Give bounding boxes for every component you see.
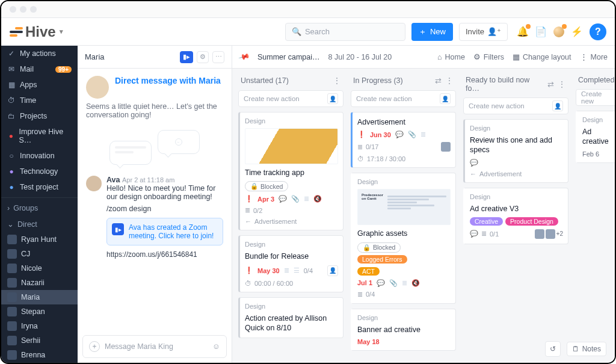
sidebar-item-innovation[interactable]: ○Innovation [1, 148, 78, 164]
pin-icon[interactable]: 📌 [238, 51, 250, 63]
card[interactable]: Design Banner ad creative May 18 [351, 309, 456, 351]
sidebar-item-projects[interactable]: 🗀Projects [1, 108, 78, 124]
create-action-input[interactable]: Create new action👤 [351, 90, 456, 107]
user-icon[interactable]: 👤 [327, 93, 338, 104]
sidebar-item-apps[interactable]: ▦Apps [1, 77, 78, 93]
bell-icon[interactable]: 🔔 [517, 26, 528, 37]
dm-item[interactable]: Ryan Hunt [1, 232, 78, 247]
back-arrow-icon: ← [470, 170, 476, 177]
column-menu[interactable]: ⋮ [445, 76, 454, 85]
zoom-meeting-card[interactable]: ▮▸ Ava has created a Zoom meeting. Click… [106, 218, 223, 245]
card-title: Bundle for Release [245, 251, 338, 261]
msg-command: /zoom design [106, 205, 223, 213]
groups-label: Groups [13, 204, 38, 212]
avatar-icon[interactable] [553, 26, 564, 37]
dm-item[interactable]: Serhii [1, 333, 78, 348]
swap-icon[interactable]: ⇄ [435, 76, 442, 85]
date-range[interactable]: 8 Jul 20 - 16 Jul 20 [328, 53, 392, 61]
card[interactable]: Design Bundle for Release ❗ May 30 ≣ ☰0/… [238, 235, 343, 292]
direct-label: Direct [17, 220, 37, 229]
checklist-icon: ☰ [294, 267, 300, 274]
new-button[interactable]: ＋ New [411, 23, 453, 41]
message-input[interactable]: + Message Maria King ☺ [82, 335, 227, 358]
notes-button[interactable]: 🗒Notes [567, 342, 606, 356]
alert-icon: ❗ [245, 195, 253, 203]
dm-item[interactable]: CJ [1, 247, 78, 261]
due-date: Jun 30 [370, 131, 391, 138]
subtask-count: 0/4 [366, 291, 375, 298]
project-name[interactable]: Summer campai… [257, 53, 320, 61]
dm-item[interactable]: Nicole [1, 261, 78, 276]
more-button[interactable]: ⋯ [212, 51, 224, 63]
zoom-url[interactable]: https://zoom.us/j/661546841 [106, 250, 223, 259]
help-button[interactable]: ? [590, 23, 606, 40]
avatar [7, 235, 17, 244]
dm-item[interactable]: Iryna [1, 319, 78, 333]
subtask-count: 0/17 [366, 143, 378, 150]
more-button[interactable]: ⋮More [580, 52, 608, 61]
checklist-icon: ≣ [357, 143, 363, 151]
history-button[interactable]: ↺ [545, 341, 561, 357]
card[interactable]: Advertisement ❗Jun 30💬📎≣ ≣0/17 ⏱17:18 / … [351, 112, 456, 168]
time-track: 17:18 / 30:00 [367, 155, 405, 162]
card[interactable]: Design Time tracking app 🔒 Blocked ❗ Apr… [238, 112, 343, 230]
create-action-input[interactable]: Create new action👤 [238, 90, 343, 107]
dm-item[interactable]: Stepan [1, 304, 78, 319]
dm-name: Nazarii [21, 279, 45, 287]
card[interactable]: Design Ad creative Feb 6 [576, 111, 615, 163]
dm-item[interactable]: Brenna [1, 348, 78, 362]
app-logo[interactable]: Hive ▾ [10, 23, 63, 40]
document-icon[interactable]: 📄 [535, 26, 546, 37]
checklist-icon: ≣ [357, 291, 363, 298]
chevron-down-icon: ⌄ [7, 220, 14, 229]
sidebar-item-test[interactable]: ●Test project [1, 179, 78, 195]
comment-icon: 💬 [470, 230, 478, 238]
user-icon[interactable]: 👤 [327, 265, 338, 276]
filters-button[interactable]: ⚙Filters [473, 52, 504, 61]
card[interactable]: Design Action created by Allison Quick o… [238, 297, 343, 339]
user-icon[interactable]: 👤 [552, 100, 563, 111]
invite-button[interactable]: Invite 👤⁺ [459, 23, 508, 41]
sidebar-groups[interactable]: ›Groups [1, 200, 78, 216]
home-button[interactable]: ⌂Home [437, 53, 465, 61]
dm-item[interactable]: Maria [1, 290, 78, 304]
column-menu[interactable]: ⋮ [333, 76, 341, 85]
column-title: In Progress (3) [353, 76, 403, 85]
avatar [535, 229, 544, 239]
card-label: Design [357, 314, 451, 321]
settings-button[interactable]: ⚙ [197, 51, 209, 63]
avatar [7, 264, 17, 273]
bolt-icon[interactable]: ⚡ [571, 26, 582, 37]
attach-button[interactable]: + [89, 341, 100, 352]
card[interactable]: Design Review this one and add specs 💬 ←… [463, 119, 568, 183]
time-track: 00:00 / 60:00 [254, 280, 293, 287]
msg-text: Hello! Nice to meet you! Time for our de… [106, 184, 223, 201]
avatar [7, 336, 17, 345]
sidebar-item-time[interactable]: ⏱Time [1, 93, 78, 108]
create-action-input[interactable]: Create new action👤 [463, 97, 568, 114]
column-title: Completed [578, 76, 614, 84]
new-button-label: New [430, 27, 446, 36]
window-dot [30, 6, 37, 13]
dm-item[interactable]: Nazarii [1, 276, 78, 290]
card-label: Design [470, 193, 563, 200]
user-icon[interactable]: 👤 [440, 93, 451, 104]
sidebar-direct[interactable]: ⌄Direct [1, 216, 78, 232]
filter-icon: ⚙ [473, 52, 481, 61]
card[interactable]: Design Predecessor on Gantt Graphic asse… [351, 173, 456, 303]
swap-icon[interactable]: ⇄ [547, 80, 554, 89]
video-call-button[interactable]: ▮▸ [180, 51, 193, 63]
layout-button[interactable]: ▦Change layout [513, 52, 571, 61]
sidebar-item-improve[interactable]: ●Improve Hive S… [1, 124, 78, 148]
sidebar-item-technology[interactable]: ●Technology [1, 164, 78, 179]
search-input[interactable]: 🔍 Search [285, 23, 405, 41]
column-menu[interactable]: ⋮ [558, 79, 566, 89]
create-action-input[interactable]: Create new [576, 89, 615, 106]
card[interactable]: Design Ad creative V3 Creative Product D… [463, 188, 568, 244]
sidebar-item-my-actions[interactable]: ✓My actions [1, 46, 78, 61]
new-message-button[interactable]: ✎New message [1, 362, 78, 363]
due-date: Jul 1 [357, 279, 372, 286]
sidebar-item-mail[interactable]: ✉Mail99+ [1, 61, 78, 77]
card-label: Design [582, 116, 612, 123]
emoji-button[interactable]: ☺ [212, 342, 220, 351]
